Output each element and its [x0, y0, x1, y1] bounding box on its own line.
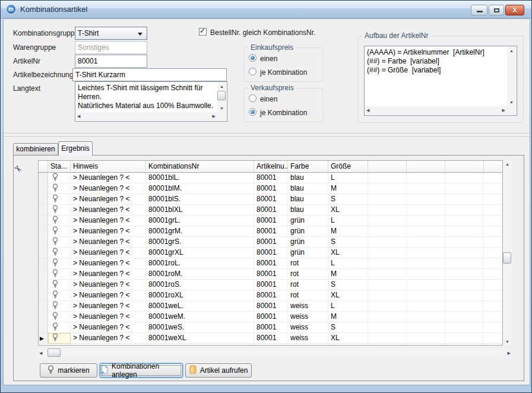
row-selector[interactable] [39, 322, 48, 333]
farbe-cell[interactable]: grün [288, 248, 328, 258]
status-cell[interactable] [48, 226, 71, 237]
farbe-cell[interactable]: rot [288, 258, 328, 269]
empty-cell[interactable] [484, 173, 503, 183]
empty-cell[interactable] [484, 290, 503, 301]
row-selector[interactable] [39, 280, 48, 290]
groesse-cell[interactable]: S [328, 280, 368, 290]
kombinationsnr-cell[interactable]: 80001grS. [146, 237, 254, 248]
empty-cell[interactable] [407, 237, 445, 248]
row-selector[interactable] [39, 312, 48, 322]
empty-cell[interactable] [368, 226, 407, 237]
farbe-cell[interactable]: weiss [288, 312, 328, 322]
table-row[interactable]: > Neuanlegen ? <80001weM.80001weissM [39, 312, 502, 322]
kombinationsnr-cell[interactable]: 80001roS. [146, 280, 254, 290]
langtext-hscrollbar[interactable]: ◀ ▶ [76, 112, 226, 121]
table-row[interactable]: > Neuanlegen ? <80001blL.80001blauL [39, 173, 502, 183]
column-header[interactable]: KombinationsNr [146, 161, 254, 173]
empty-cell[interactable] [407, 183, 445, 194]
artikelnummer-cell[interactable]: 80001 [254, 194, 288, 205]
status-cell[interactable] [48, 333, 71, 344]
column-header[interactable] [407, 161, 445, 173]
artikelnummer-cell[interactable]: 80001 [254, 312, 288, 322]
empty-cell[interactable] [445, 322, 484, 333]
minimize-button[interactable] [471, 5, 487, 15]
einkaufspreis-jekombination-radio[interactable] [249, 68, 256, 75]
kombinationsnr-cell[interactable]: 80001weL. [146, 301, 254, 312]
table-row[interactable]: > Neuanlegen ? <80001blM.80001blauM [39, 183, 502, 194]
empty-cell[interactable] [445, 237, 484, 248]
groesse-cell[interactable]: L [328, 301, 368, 312]
empty-cell[interactable] [368, 173, 407, 183]
kombinationsnr-cell[interactable]: 80001blM. [146, 183, 254, 194]
groesse-cell[interactable]: XL [328, 333, 368, 344]
hinweis-cell[interactable]: > Neuanlegen ? < [71, 333, 146, 344]
empty-cell[interactable] [484, 237, 503, 248]
langtext-vscrollbar[interactable]: ▲ ▼ [217, 83, 226, 112]
kombinationsnr-cell[interactable]: 80001weM. [146, 312, 254, 322]
row-selector[interactable] [39, 205, 48, 215]
table-row[interactable]: > Neuanlegen ? <80001grL.80001grünL [39, 215, 502, 226]
empty-cell[interactable] [484, 258, 503, 269]
artikelnummer-cell[interactable]: 80001 [254, 301, 288, 312]
empty-cell[interactable] [484, 312, 503, 322]
empty-cell[interactable] [407, 269, 445, 280]
status-cell[interactable] [48, 269, 71, 280]
status-cell[interactable] [48, 205, 71, 215]
artikelnummer-cell[interactable]: 80001 [254, 183, 288, 194]
row-selector[interactable] [39, 183, 48, 194]
column-header[interactable]: Hinweis [71, 161, 146, 173]
empty-cell[interactable] [407, 312, 445, 322]
scroll-up-icon[interactable]: ▲ [217, 83, 226, 90]
row-selector[interactable] [39, 269, 48, 280]
farbe-cell[interactable]: rot [288, 290, 328, 301]
hinweis-cell[interactable]: > Neuanlegen ? < [71, 280, 146, 290]
empty-cell[interactable] [368, 301, 407, 312]
column-header[interactable] [368, 161, 407, 173]
empty-cell[interactable] [445, 280, 484, 290]
row-selector[interactable] [39, 248, 48, 258]
empty-cell[interactable] [407, 173, 445, 183]
scroll-up-icon[interactable]: ▲ [503, 160, 512, 168]
row-selector[interactable] [39, 226, 48, 237]
groesse-cell[interactable]: M [328, 312, 368, 322]
row-selector[interactable]: ▶ [39, 333, 48, 344]
farbe-cell[interactable]: blau [288, 183, 328, 194]
hinweis-cell[interactable]: > Neuanlegen ? < [71, 258, 146, 269]
hinweis-cell[interactable]: > Neuanlegen ? < [71, 183, 146, 194]
empty-cell[interactable] [407, 333, 445, 344]
kombinationsnr-cell[interactable]: 80001weS. [146, 322, 254, 333]
groesse-cell[interactable]: L [328, 258, 368, 269]
empty-cell[interactable] [407, 280, 445, 290]
empty-cell[interactable] [407, 301, 445, 312]
artikelnummer-cell[interactable]: 80001 [254, 248, 288, 258]
artikelnummer-cell[interactable]: 80001 [254, 215, 288, 226]
empty-cell[interactable] [407, 322, 445, 333]
empty-cell[interactable] [484, 226, 503, 237]
status-cell[interactable] [48, 258, 71, 269]
empty-cell[interactable] [368, 183, 407, 194]
empty-cell[interactable] [445, 258, 484, 269]
scroll-thumb[interactable] [48, 348, 61, 357]
empty-cell[interactable] [484, 215, 503, 226]
hinweis-cell[interactable]: > Neuanlegen ? < [71, 237, 146, 248]
groesse-cell[interactable]: S [328, 322, 368, 333]
artikelnummer-cell[interactable]: 80001 [254, 290, 288, 301]
status-cell[interactable] [48, 301, 71, 312]
empty-cell[interactable] [445, 301, 484, 312]
empty-cell[interactable] [484, 248, 503, 258]
bestellnr-checkbox[interactable] [199, 28, 207, 36]
status-cell[interactable] [48, 248, 71, 258]
farbe-cell[interactable]: blau [288, 194, 328, 205]
farbe-cell[interactable]: rot [288, 269, 328, 280]
artikelnr-field[interactable]: 80001 [75, 55, 147, 68]
empty-cell[interactable] [484, 280, 503, 290]
einkaufspreis-einen-radio[interactable] [249, 54, 256, 62]
hinweis-cell[interactable]: > Neuanlegen ? < [71, 290, 146, 301]
scroll-down-icon[interactable]: ▼ [507, 99, 516, 106]
empty-cell[interactable] [484, 301, 503, 312]
groesse-cell[interactable]: L [328, 215, 368, 226]
markieren-button[interactable]: markieren [40, 363, 97, 378]
app-icon[interactable]: m [6, 4, 16, 14]
artikelnummer-cell[interactable]: 80001 [254, 205, 288, 215]
empty-cell[interactable] [445, 248, 484, 258]
